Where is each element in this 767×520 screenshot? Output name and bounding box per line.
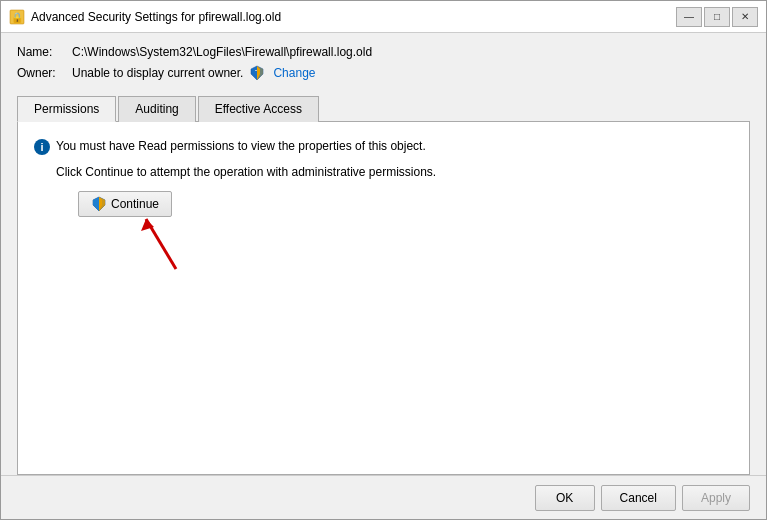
tab-bar: Permissions Auditing Effective Access [17,95,750,122]
close-button[interactable]: ✕ [732,7,758,27]
tab-permissions[interactable]: Permissions [17,96,116,122]
secondary-message: Click Continue to attempt the operation … [56,165,733,179]
svg-marker-12 [99,197,105,211]
permissions-content: i You must have Read permissions to view… [34,138,733,458]
continue-button-label: Continue [111,197,159,211]
svg-marker-4 [257,66,263,80]
tab-content-panel: i You must have Read permissions to view… [17,122,750,475]
owner-row: Owner: Unable to display current owner. … [17,65,750,81]
tab-effective-access[interactable]: Effective Access [198,96,319,122]
minimize-button[interactable]: — [676,7,702,27]
continue-button[interactable]: Continue [78,191,172,217]
svg-text:🔒: 🔒 [11,11,24,24]
name-label: Name: [17,45,72,59]
window-title: Advanced Security Settings for pfirewall… [31,10,676,24]
bottom-bar: OK Cancel Apply [1,475,766,519]
change-owner-link[interactable]: Change [273,66,315,80]
owner-label: Owner: [17,66,72,80]
cursor-arrow [136,209,186,282]
window-icon: 🔒 [9,9,25,25]
shield-icon [249,65,265,81]
red-arrow-icon [136,209,186,279]
tab-auditing[interactable]: Auditing [118,96,195,122]
title-bar: 🔒 Advanced Security Settings for pfirewa… [1,1,766,33]
window-controls: — □ ✕ [676,7,758,27]
svg-line-13 [146,219,176,269]
info-icon: i [34,139,50,155]
continue-shield-icon [91,196,107,212]
ok-button[interactable]: OK [535,485,595,511]
svg-marker-11 [93,197,99,211]
continue-button-area: Continue [56,191,172,217]
main-window: 🔒 Advanced Security Settings for pfirewa… [0,0,767,520]
owner-value: Unable to display current owner. [72,66,243,80]
apply-button[interactable]: Apply [682,485,750,511]
svg-rect-6 [255,70,257,71]
svg-marker-14 [141,219,154,231]
dialog-content: Name: C:\Windows\System32\LogFiles\Firew… [1,33,766,475]
info-message-row: i You must have Read permissions to view… [34,138,733,155]
name-value: C:\Windows\System32\LogFiles\Firewall\pf… [72,45,372,59]
maximize-button[interactable]: □ [704,7,730,27]
info-message-text: You must have Read permissions to view t… [56,138,426,155]
name-row: Name: C:\Windows\System32\LogFiles\Firew… [17,45,750,59]
cancel-button[interactable]: Cancel [601,485,676,511]
